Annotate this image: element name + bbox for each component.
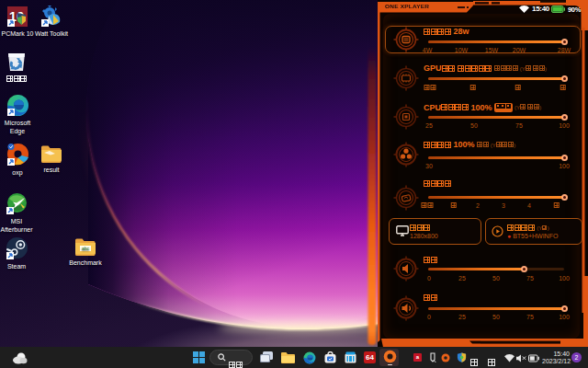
svg-text:abc: abc [82, 246, 90, 251]
